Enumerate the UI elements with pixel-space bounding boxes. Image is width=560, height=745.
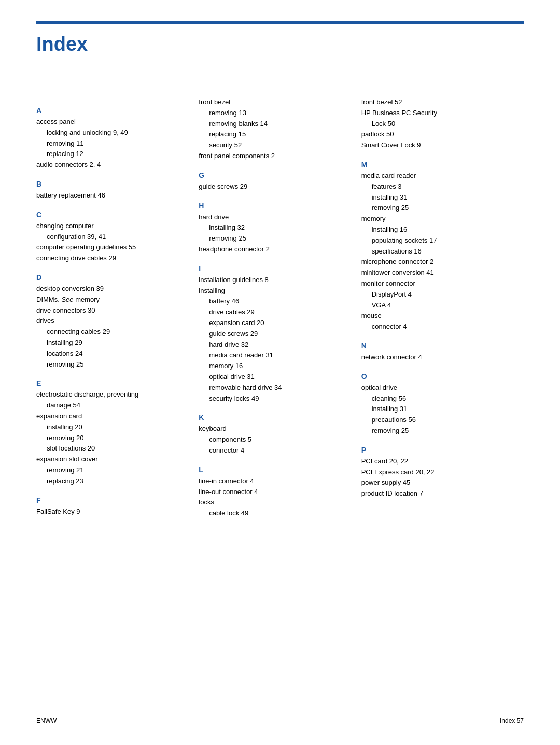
letter-h: H [199, 202, 356, 210]
entry-installing: installing battery 46 drive cables 29 ex… [199, 286, 356, 404]
entry-hard-drive: hard drive installing 32 removing 25 [199, 212, 356, 244]
entry-microphone-connector: microphone connector 2 [361, 257, 519, 268]
index-col-2: front bezel removing 13 removing blanks … [199, 97, 361, 519]
entry-computer-operating-guidelines: computer operating guidelines 55 [36, 242, 193, 253]
entry-front-bezel: front bezel removing 13 removing blanks … [199, 97, 356, 151]
entry-connecting-drive-cables: connecting drive cables 29 [36, 253, 193, 264]
entry-keyboard: keyboard components 5 connector 4 [199, 424, 356, 456]
letter-e: E [36, 379, 193, 387]
letter-d: D [36, 273, 193, 282]
entry-locks: locks cable lock 49 [199, 497, 356, 519]
footer-left: ENWW [36, 717, 57, 724]
entry-monitor-connector: monitor connector DisplayPort 4 VGA 4 [361, 278, 519, 311]
index-col-3: front bezel 52 HP Business PC Security L… [361, 97, 524, 519]
entry-front-panel-components: front panel components 2 [199, 151, 356, 162]
page: Index A access panel locking and unlocki… [0, 0, 560, 745]
entry-expansion-slot-cover: expansion slot cover removing 21 replaci… [36, 454, 193, 486]
letter-n: N [361, 342, 519, 350]
entry-audio-connectors: audio connectors 2, 4 [36, 160, 193, 171]
entry-smart-cover-lock: Smart Cover Lock 9 [361, 140, 519, 151]
letter-l: L [199, 466, 356, 474]
letter-c: C [36, 210, 193, 219]
letter-f: F [36, 496, 193, 504]
letter-m: M [361, 160, 519, 168]
index-col-1: A access panel locking and unlocking 9, … [36, 97, 199, 519]
entry-drive-connectors: drive connectors 30 [36, 305, 193, 316]
index-content: A access panel locking and unlocking 9, … [36, 97, 524, 519]
letter-o: O [361, 372, 519, 381]
entry-hp-business-pc-security: HP Business PC Security Lock 50 [361, 108, 519, 130]
letter-k: K [199, 413, 356, 421]
top-bar [36, 21, 524, 24]
entry-electrostatic-discharge: electrostatic discharge, preventing dama… [36, 389, 193, 411]
entry-pci-express-card: PCI Express card 20, 22 [361, 467, 519, 478]
entry-front-bezel-col3: front bezel 52 [361, 97, 519, 108]
entry-expansion-card: expansion card installing 20 removing 20… [36, 411, 193, 454]
entry-pci-card: PCI card 20, 22 [361, 456, 519, 467]
footer-right: Index 57 [500, 717, 524, 724]
page-title: Index [36, 33, 524, 55]
letter-g: G [199, 171, 356, 179]
entry-line-in-connector: line-in connector 4 [199, 476, 356, 487]
entry-desktop-conversion: desktop conversion 39 [36, 284, 193, 294]
entry-product-id-location: product ID location 7 [361, 488, 519, 499]
letter-i: I [199, 264, 356, 273]
entry-changing-computer: changing computer configuration 39, 41 [36, 221, 193, 243]
entry-memory: memory installing 16 populating sockets … [361, 214, 519, 257]
entry-access-panel: access panel locking and unlocking 9, 49… [36, 117, 193, 160]
entry-failsafe-key: FailSafe Key 9 [36, 507, 193, 517]
entry-drives: drives connecting cables 29 installing 2… [36, 316, 193, 370]
entry-media-card-reader: media card reader features 3 installing … [361, 171, 519, 214]
entry-line-out-connector: line-out connector 4 [199, 487, 356, 498]
entry-power-supply: power supply 45 [361, 477, 519, 488]
letter-b: B [36, 180, 193, 188]
entry-battery-replacement: battery replacement 46 [36, 190, 193, 201]
letter-p: P [361, 446, 519, 454]
letter-a: A [36, 106, 193, 115]
page-footer: ENWW Index 57 [36, 717, 524, 724]
entry-mouse: mouse connector 4 [361, 311, 519, 332]
entry-dimms: DIMMs. See memory [36, 294, 193, 305]
entry-guide-screws: guide screws 29 [199, 181, 356, 192]
entry-network-connector: network connector 4 [361, 352, 519, 363]
entry-minitower-conversion: minitower conversion 41 [361, 268, 519, 278]
entry-headphone-connector: headphone connector 2 [199, 244, 356, 255]
entry-padlock: padlock 50 [361, 129, 519, 140]
entry-installation-guidelines: installation guidelines 8 [199, 275, 356, 286]
entry-optical-drive: optical drive cleaning 56 installing 31 … [361, 383, 519, 437]
